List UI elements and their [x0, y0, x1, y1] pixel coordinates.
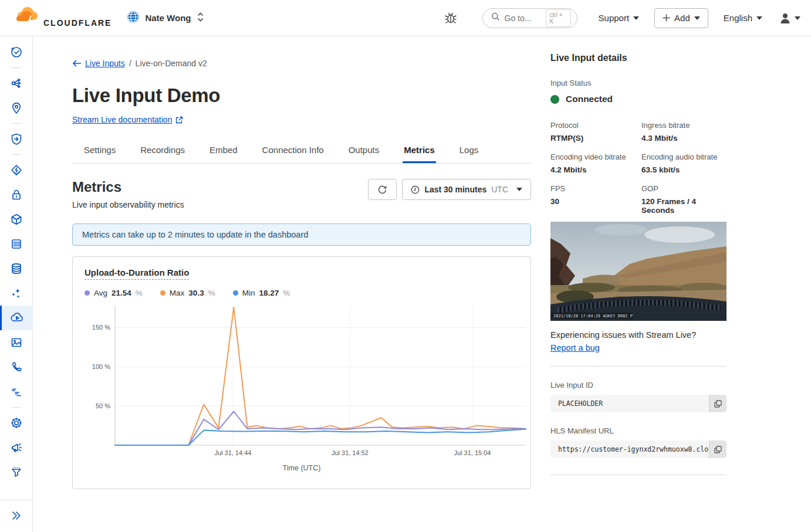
- sidebar-item-calls[interactable]: [0, 355, 33, 379]
- chevron-down-icon: [633, 16, 639, 20]
- copy-icon: [714, 400, 722, 408]
- arrow-left-icon: [72, 60, 82, 67]
- details-heading: Live Input details: [550, 53, 726, 63]
- external-link-icon: [175, 116, 183, 124]
- sidebar-item-ssl[interactable]: [0, 182, 33, 207]
- sidebar-item-database[interactable]: [0, 256, 33, 281]
- page-content: Live Inputs / Live-on-Demand v2 Live Inp…: [72, 36, 531, 489]
- chevron-down-icon: [694, 16, 700, 20]
- breadcrumb-current: Live-on-Demand v2: [136, 59, 207, 68]
- language-menu[interactable]: English: [724, 13, 762, 23]
- cloudflare-logo[interactable]: CLOUDFLARE: [11, 7, 111, 29]
- legend-avg: Avg 21.54 %: [85, 289, 143, 297]
- copy-icon: [714, 446, 722, 453]
- tab-settings[interactable]: Settings: [83, 141, 117, 163]
- clock-icon: [411, 185, 420, 194]
- globe-icon: [127, 11, 140, 26]
- sidebar-item-images[interactable]: [0, 330, 33, 355]
- sidebar-item-analytics[interactable]: [0, 379, 33, 404]
- breadcrumb: Live Inputs / Live-on-Demand v2: [72, 59, 531, 68]
- metrics-header-row: Metrics Live input observability metrics…: [72, 179, 531, 209]
- sidebar-footer: [0, 500, 33, 532]
- chart-title: Upload-to-Duration Ratio: [85, 267, 189, 280]
- refresh-button[interactable]: [368, 179, 397, 200]
- info-banner: Metrics can take up to 2 minutes to upda…: [72, 223, 531, 246]
- breadcrumb-separator: /: [129, 59, 131, 68]
- svg-text:50 %: 50 %: [96, 402, 110, 409]
- tab-connection-info[interactable]: Connection Info: [261, 141, 325, 163]
- field-protocol: ProtocolRTMP(S): [550, 121, 636, 143]
- stream-stats-grid: ProtocolRTMP(S)Ingress bitrate4.3 Mbit/s…: [550, 121, 726, 215]
- tab-embed[interactable]: Embed: [208, 141, 239, 163]
- clock-check-icon: [10, 46, 23, 59]
- main-area: Live Inputs / Live-on-Demand v2 Live Inp…: [33, 36, 811, 532]
- svg-text:Jul 31, 15:04: Jul 31, 15:04: [454, 449, 491, 456]
- svg-text:150 %: 150 %: [92, 324, 110, 331]
- support-menu[interactable]: Support: [599, 13, 640, 23]
- sidebar-item-clock-check[interactable]: [0, 40, 33, 65]
- sidebar-divider: [12, 123, 21, 124]
- chevron-down-icon: [756, 16, 762, 20]
- traffic-share-icon: [10, 77, 23, 90]
- live-input-id-value[interactable]: PLACEHOLDER: [550, 395, 726, 412]
- expand-sidebar-icon[interactable]: [11, 510, 22, 521]
- analytics-bars-icon: [10, 385, 23, 398]
- sidebar-item-speed[interactable]: [0, 158, 33, 182]
- svg-text:Jul 31, 14:52: Jul 31, 14:52: [332, 449, 369, 456]
- add-button[interactable]: Add: [654, 8, 708, 28]
- sidebar-item-settings[interactable]: [0, 411, 33, 435]
- tab-bar: SettingsRecordingsEmbedConnection InfoOu…: [72, 141, 531, 164]
- refresh-icon: [377, 185, 387, 195]
- hls-manifest-url-value[interactable]: https://customer-igynxd2rwhmuoxw8.cloudf: [550, 440, 726, 458]
- sidebar-item-storage[interactable]: [0, 232, 33, 256]
- tab-outputs[interactable]: Outputs: [347, 141, 381, 163]
- tab-metrics[interactable]: Metrics: [403, 141, 436, 163]
- metrics-controls: Last 30 minutes UTC: [368, 179, 531, 200]
- sidebar-item-announce[interactable]: [0, 435, 33, 460]
- top-nav-bar: CLOUDFLARE Nate Wong: [0, 0, 811, 36]
- location-pin-icon: [10, 101, 23, 114]
- chart-legend: Avg 21.54 %Max 30.3 %Min 18.27 %: [85, 289, 519, 297]
- page-title: Live Input Demo: [72, 84, 531, 107]
- time-range-dropdown[interactable]: Last 30 minutes UTC: [402, 179, 531, 200]
- hls-manifest-url-row: https://customer-igynxd2rwhmuoxw8.cloudf: [550, 440, 726, 458]
- documentation-link[interactable]: Stream Live documentation: [72, 115, 183, 124]
- copy-live-input-id-button[interactable]: [709, 395, 726, 412]
- copy-hls-url-button[interactable]: [709, 440, 726, 458]
- cube-icon: [10, 213, 23, 226]
- sidebar-item-stream[interactable]: [0, 306, 33, 330]
- server-stack-icon: [10, 238, 23, 250]
- sidebar-item-workers[interactable]: [0, 207, 33, 232]
- sidebar-item-traffic[interactable]: [0, 71, 33, 96]
- brand-wordmark: CLOUDFLARE: [43, 18, 111, 29]
- support-label: Support: [599, 13, 630, 23]
- tab-recordings[interactable]: Recordings: [139, 141, 186, 163]
- user-menu[interactable]: [779, 12, 800, 25]
- sidebar-item-ai[interactable]: [0, 281, 33, 306]
- field-ingress-bitrate: Ingress bitrate4.3 Mbit/s: [641, 121, 726, 143]
- report-a-bug-link[interactable]: Report a bug: [550, 343, 600, 353]
- tab-logs[interactable]: Logs: [458, 141, 480, 163]
- global-search[interactable]: ctrl + K: [482, 8, 577, 28]
- status-dot: [550, 95, 559, 104]
- debug-bug-icon[interactable]: [444, 11, 458, 26]
- live-input-id-row: PLACEHOLDER: [550, 395, 726, 412]
- field-gop: GOP120 Frames / 4 Seconds: [641, 184, 726, 215]
- search-input[interactable]: [505, 13, 541, 23]
- input-status-label: Input Status: [550, 79, 726, 87]
- sidebar-item-security[interactable]: [0, 127, 33, 151]
- field-encoding-audio-bitrate: Encoding audio bitrate63.5 kbit/s: [641, 153, 726, 174]
- breadcrumb-back-link[interactable]: Live Inputs: [72, 59, 125, 68]
- sidebar-item-funnel[interactable]: [0, 460, 33, 484]
- svg-text:100 %: 100 %: [92, 363, 110, 370]
- sidebar-item-location[interactable]: [0, 96, 33, 120]
- metrics-heading: Metrics: [72, 179, 184, 195]
- megaphone-icon: [10, 441, 23, 454]
- metrics-subtitle: Live input observability metrics: [72, 200, 184, 209]
- account-name: Nate Wong: [145, 13, 191, 23]
- image-icon: [10, 336, 23, 349]
- user-icon: [779, 12, 792, 25]
- time-zone-label: UTC: [491, 185, 508, 194]
- plus-icon: [663, 14, 670, 22]
- account-switcher[interactable]: Nate Wong: [127, 11, 204, 26]
